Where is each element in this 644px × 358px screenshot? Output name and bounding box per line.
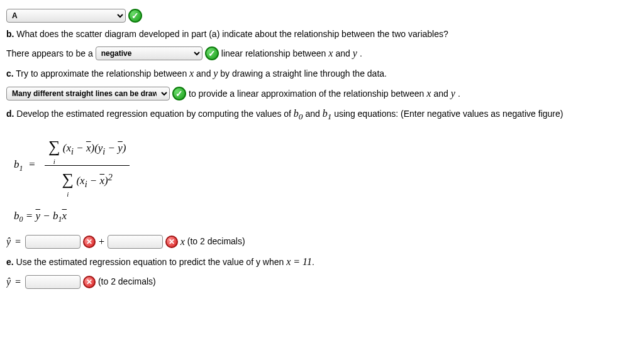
b0-input[interactable]	[25, 235, 80, 249]
part-c-question: c. Try to approximate the relationship b…	[6, 66, 638, 81]
yhat-symbol: ŷ	[6, 234, 11, 249]
b0-formula: b0 = y − b1x	[14, 208, 638, 225]
var-x: x	[328, 46, 333, 61]
b1-formula: b1 = ∑i (xi − x)(yi − y) ∑i (xi − x)2	[14, 134, 638, 197]
part-e-text: Use the estimated regression equation to…	[16, 257, 284, 267]
var-y: y	[213, 68, 218, 79]
check-icon: ✓	[205, 46, 219, 60]
part-b-answer-row: There appears to be a negative ✓ linear …	[6, 46, 638, 61]
check-icon: ✓	[128, 9, 142, 23]
yhat-symbol: ŷ	[6, 274, 11, 290]
part-d-question: d. Develop the estimated regression equa…	[6, 106, 638, 123]
x-equals-11: x = 11	[286, 256, 312, 267]
b0-symbol: b0	[294, 108, 303, 119]
part-c-text1: Try to approximate the relationship betw…	[16, 68, 187, 79]
plus-sign: +	[98, 234, 105, 249]
text-and: and	[433, 87, 448, 100]
part-b-dropdown[interactable]: negative	[96, 46, 203, 60]
part-c-text2: by drawing a straight line through the d…	[220, 68, 387, 79]
part-d-trail: (to 2 decimals)	[187, 235, 245, 248]
part-a-dropdown[interactable]: A	[6, 9, 126, 23]
text-and: and	[305, 109, 319, 119]
var-y: y	[451, 86, 455, 101]
part-c-dropdown[interactable]: Many different straight lines can be dra…	[6, 87, 170, 100]
part-c-label: c.	[6, 68, 14, 79]
var-y: y	[353, 46, 357, 61]
part-d-text1: Develop the estimated regression equatio…	[16, 109, 291, 119]
part-e-input-row: ŷ = ✕ (to 2 decimals)	[6, 274, 638, 290]
equals-sign: =	[14, 274, 21, 290]
yhat-input[interactable]	[25, 275, 80, 289]
equals-sign: =	[14, 234, 21, 249]
check-icon: ✓	[172, 87, 186, 100]
part-e-label: e.	[6, 257, 14, 267]
cross-icon: ✕	[165, 236, 178, 248]
part-b-trail: linear relationship between	[221, 47, 326, 60]
part-e-question: e. Use the estimated regression equation…	[6, 254, 638, 269]
cross-icon: ✕	[83, 276, 96, 288]
part-d-label: d.	[6, 109, 14, 119]
part-c-trail: to provide a linear approximation of the…	[189, 87, 424, 100]
part-b-lead: There appears to be a	[6, 47, 93, 60]
part-d-input-row: ŷ = ✕ + ✕ x (to 2 decimals)	[6, 234, 638, 249]
var-x: x	[180, 234, 185, 249]
cross-icon: ✕	[83, 236, 96, 248]
var-x: x	[189, 68, 194, 79]
var-x: x	[426, 86, 431, 101]
part-d-text2: using equations: (Enter negative values …	[334, 109, 563, 119]
text-and: and	[335, 47, 350, 60]
part-b-text: What does the scatter diagram developed …	[16, 29, 448, 39]
b1-symbol: b1	[323, 108, 332, 119]
part-c-answer-row: Many different straight lines can be dra…	[6, 86, 638, 101]
b1-input[interactable]	[108, 235, 163, 249]
part-e-trail: (to 2 decimals)	[98, 275, 156, 288]
text-and: and	[196, 68, 211, 79]
part-b-question: b. What does the scatter diagram develop…	[6, 28, 638, 41]
part-b-label: b.	[6, 29, 14, 39]
part-a-row: A ✓	[6, 9, 638, 23]
